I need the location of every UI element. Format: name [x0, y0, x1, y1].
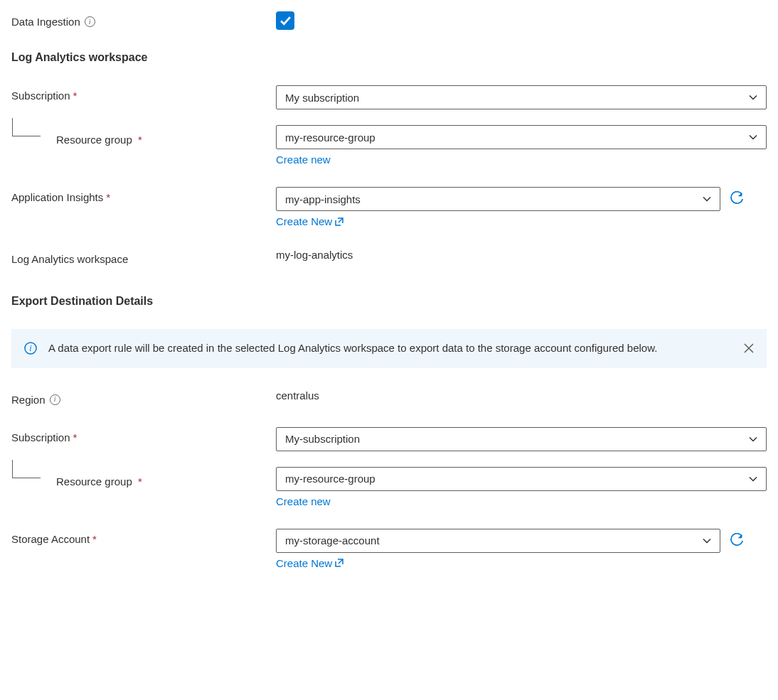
subscription2-dropdown[interactable]: My-subscription [276, 427, 767, 451]
export-destination-heading: Export Destination Details [11, 295, 767, 308]
resource-group-dropdown[interactable]: my-resource-group [276, 125, 767, 149]
region-label: Region i [11, 389, 276, 406]
required-asterisk: * [73, 90, 78, 102]
create-new-app-insights-link[interactable]: Create New [276, 215, 343, 227]
indent-line-icon [12, 118, 41, 136]
required-asterisk: * [106, 191, 110, 203]
log-analytics-value: my-log-analytics [276, 249, 767, 261]
chevron-down-icon [749, 435, 757, 443]
subscription-value: My subscription [285, 92, 749, 104]
refresh-icon[interactable] [729, 191, 745, 207]
resource-group2-label: Resource group * [56, 467, 142, 488]
chevron-down-icon [749, 93, 757, 102]
log-analytics-label-text: Log Analytics workspace [11, 253, 128, 265]
chevron-down-icon [703, 195, 711, 203]
checkmark-icon [279, 15, 292, 27]
data-ingestion-checkbox[interactable] [276, 11, 294, 30]
log-analytics-heading: Log Analytics workspace [11, 51, 767, 64]
info-icon[interactable]: i [85, 16, 95, 27]
external-link-icon [335, 217, 343, 226]
required-asterisk: * [73, 431, 78, 443]
info-banner: i A data export rule will be created in … [11, 329, 767, 368]
info-icon[interactable]: i [50, 394, 60, 405]
subscription2-label: Subscription * [11, 427, 276, 443]
data-ingestion-label: Data Ingestion i [11, 11, 276, 28]
create-new-resource-group2-link[interactable]: Create new [276, 495, 331, 507]
storage-account-dropdown[interactable]: my-storage-account [276, 529, 720, 553]
resource-group-label: Resource group * [56, 125, 142, 146]
resource-group-value: my-resource-group [285, 131, 749, 144]
close-icon[interactable] [744, 343, 754, 353]
indent-line-icon [12, 460, 41, 478]
subscription-label-text: Subscription [11, 90, 70, 102]
region-label-text: Region [11, 394, 46, 406]
create-new-storage-account-text: Create New [276, 557, 332, 569]
info-icon: i [24, 342, 37, 355]
required-asterisk: * [92, 533, 97, 545]
app-insights-label: Application Insights * [11, 187, 276, 203]
chevron-down-icon [749, 475, 757, 483]
subscription2-label-text: Subscription [11, 431, 70, 443]
required-asterisk: * [138, 134, 142, 146]
required-asterisk: * [138, 475, 142, 488]
info-banner-text: A data export rule will be created in th… [48, 340, 732, 357]
create-new-app-insights-text: Create New [276, 215, 332, 227]
region-value: centralus [276, 389, 767, 402]
subscription2-value: My-subscription [285, 433, 749, 445]
app-insights-label-text: Application Insights [11, 191, 103, 203]
resource-group2-dropdown[interactable]: my-resource-group [276, 467, 767, 491]
subscription-label: Subscription * [11, 85, 276, 102]
create-new-resource-group-link[interactable]: Create new [276, 154, 331, 166]
log-analytics-label: Log Analytics workspace [11, 249, 276, 265]
resource-group2-value: my-resource-group [285, 473, 749, 485]
app-insights-dropdown[interactable]: my-app-insights [276, 187, 720, 211]
create-new-storage-account-link[interactable]: Create New [276, 557, 343, 569]
storage-account-label-text: Storage Account [11, 533, 90, 545]
chevron-down-icon [703, 537, 711, 545]
refresh-icon[interactable] [729, 533, 745, 549]
subscription-dropdown[interactable]: My subscription [276, 85, 767, 109]
storage-account-label: Storage Account * [11, 529, 276, 545]
data-ingestion-label-text: Data Ingestion [11, 16, 80, 28]
storage-account-value: my-storage-account [285, 534, 703, 546]
resource-group2-label-text: Resource group [56, 475, 132, 488]
chevron-down-icon [749, 133, 757, 141]
resource-group-label-text: Resource group [56, 134, 132, 146]
external-link-icon [335, 559, 343, 567]
svg-text:i: i [29, 343, 31, 353]
app-insights-value: my-app-insights [285, 193, 703, 205]
